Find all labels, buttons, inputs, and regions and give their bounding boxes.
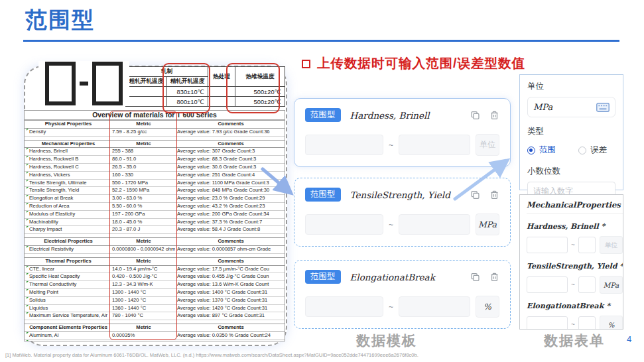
process-cell-rough: 粗轧开轧温度 (126, 77, 167, 87)
property-name-cell: Hardness, Rockwell B (25, 156, 110, 163)
trash-icon[interactable] (489, 190, 499, 200)
field-unit-button[interactable]: MPa (600, 276, 623, 294)
radio-range-option[interactable]: 范围 (527, 145, 556, 156)
unit-button[interactable]: 单位 (476, 134, 499, 156)
property-name-cell: Hardness, Brinell (25, 148, 110, 155)
tilde-separator: ~ (571, 321, 575, 328)
card-property-label: TensileStrength, Yield (350, 190, 450, 200)
unit-button[interactable]: MPa (476, 213, 499, 235)
metric-value-cell: 0.420 - 0.500 J/g-°C (110, 273, 175, 280)
form-field: Hardness, Brinell * ~ 单位 (527, 222, 623, 254)
metric-value-cell: 0.00100 - 0.0100 % (110, 340, 175, 341)
card-actions (470, 190, 499, 200)
materials-row: Tensile Strength, Ultimate550 - 1720 MPa… (25, 180, 285, 188)
metric-value-cell: 1300 - 1440 °C (110, 289, 175, 296)
materials-section-header: Component Elements PropertiesMetricComme… (25, 324, 285, 332)
comments-header-cell: Comments (175, 141, 285, 148)
property-name-cell: Elongation at Break (25, 195, 110, 202)
copy-icon[interactable] (470, 190, 480, 200)
field-unit-button[interactable]: 单位 (600, 236, 623, 254)
materials-row: Hardness, Vickers160 - 330Average value:… (25, 172, 285, 180)
property-name-cell: Hardness, Rockwell C (25, 164, 110, 171)
comments-cell: Average value: 17.5 µm/m-°C Grade Cou (175, 266, 285, 273)
comments-header-cell: Comments (175, 238, 285, 245)
comments-cell: Average value: 897 °C Grade Count:31 (175, 312, 285, 320)
range-min-input[interactable] (305, 214, 383, 235)
property-name-cell: Modulus of Elasticity (25, 211, 110, 218)
section-name-cell: Mechanical Properties (25, 141, 110, 148)
materials-row: Boron, B0.00100 - 0.0100 %Average value:… (25, 340, 285, 341)
materials-row: Aluminum, Al0.00035%Average value: 0.035… (25, 332, 285, 340)
range-glyph-dash (80, 82, 88, 86)
unit-input[interactable]: MPa (527, 97, 615, 117)
tilde-separator: ~ (571, 281, 575, 288)
property-name-cell: Reduction of Area (25, 203, 110, 210)
trash-icon[interactable] (489, 272, 499, 282)
comments-cell: Average value: 0.00550 % Grade Count:2 (175, 340, 285, 341)
card-header: 范围型 Hardness, Brinell (305, 108, 499, 122)
trash-icon[interactable] (489, 110, 499, 121)
slide-heading: 上传数据时可输入范围/误差型数值 (302, 54, 525, 72)
page-title: 范围型 (25, 5, 95, 35)
range-glyph-left-box (45, 62, 76, 105)
card-range-row: ~ 单位 (305, 134, 499, 156)
card-header: 范围型 ElongationatBreak (305, 270, 499, 284)
materials-section: Component Elements PropertiesMetricComme… (25, 324, 285, 341)
range-min-input[interactable] (305, 135, 383, 155)
metric-value-cell: 20.3 - 87.0 J (110, 226, 175, 233)
materials-row: Machinability18.0 - 45.0 %Average value:… (25, 219, 285, 227)
range-input-card: 范围型 Hardness, Brinell ~ 单位 (294, 98, 511, 167)
property-name-cell: Solidus (25, 297, 110, 304)
radio-range-label: 范围 (539, 145, 556, 156)
materials-section: Mechanical PropertiesMetricCommentsHardn… (25, 140, 285, 235)
field-max-input[interactable] (578, 237, 596, 253)
comments-cell: Average value: 1100 MPa Grade Count:3 (175, 180, 285, 187)
unit-button[interactable]: % (476, 296, 499, 318)
field-label-text: Hardness, Brinell (527, 222, 599, 231)
property-name-cell: Maximum Service Temperature, Air (25, 312, 110, 320)
metric-value-cell: 1360 - 1440 °C (110, 305, 175, 312)
comments-cell: Average value: 58.4 J Grade Count:8 (175, 226, 285, 233)
field-min-input[interactable] (527, 276, 568, 293)
metric-value-cell: 255 - 388 (110, 148, 175, 155)
field-label-text: TensileStrength, Yield (527, 262, 617, 271)
copy-icon[interactable] (470, 272, 480, 282)
title-divider (23, 40, 619, 42)
metric-value-cell: 12.3 - 34.3 W/m-K (110, 281, 175, 288)
field-min-input[interactable] (527, 316, 568, 330)
card-range-row: ~ MPa (305, 213, 499, 235)
range-min-input[interactable] (305, 296, 383, 317)
metric-value-cell: 26.5 - 35.0 (110, 164, 175, 171)
field-max-input[interactable] (578, 316, 596, 330)
process-cell-finish-value: 800±10℃ (167, 97, 208, 107)
metric-header-cell: Metric (110, 258, 175, 265)
process-cell-stack-value: 500±20℃ (235, 87, 285, 97)
range-input-card: 范围型 TensileStrength, Yield ~ MPa (294, 178, 511, 247)
range-max-input[interactable] (399, 214, 470, 235)
radio-error-option[interactable]: 误差 (578, 145, 607, 156)
unit-value: MPa (533, 102, 552, 112)
keyboard-icon[interactable] (596, 103, 610, 112)
property-name-cell: Boron, B (25, 340, 110, 341)
tilde-separator: ~ (571, 241, 575, 249)
metric-header-cell: Metric (110, 324, 175, 332)
property-name-cell: Tensile Strength, Yield (25, 187, 110, 194)
field-unit-button[interactable]: % (600, 316, 623, 330)
metric-value-cell: 18.0 - 45.0 % (110, 219, 175, 226)
cards-column: 范围型 Hardness, Brinell ~ 单位 (294, 98, 511, 329)
process-cell-empty (126, 97, 167, 107)
comments-cell: Average value: 1400 °C Grade Count:31 (175, 289, 285, 296)
property-name-cell: Tensile Strength, Ultimate (25, 180, 110, 187)
materials-section-header: Thermal PropertiesMetricComments (25, 257, 285, 266)
comments-cell: Average value: 88.3 Grade Count:3 (175, 156, 285, 163)
radio-selected-icon (527, 147, 535, 154)
range-max-input[interactable] (399, 296, 470, 317)
property-name-cell: CTE, linear (25, 266, 110, 273)
materials-row: Thermal Conductivity12.3 - 34.3 W/m-KAve… (25, 281, 285, 289)
field-min-input[interactable] (527, 237, 568, 253)
card-actions (470, 272, 499, 282)
copy-icon[interactable] (470, 110, 480, 121)
caption-data-form: 数据表单 (518, 332, 631, 350)
range-max-input[interactable] (399, 135, 470, 155)
field-max-input[interactable] (578, 276, 596, 293)
